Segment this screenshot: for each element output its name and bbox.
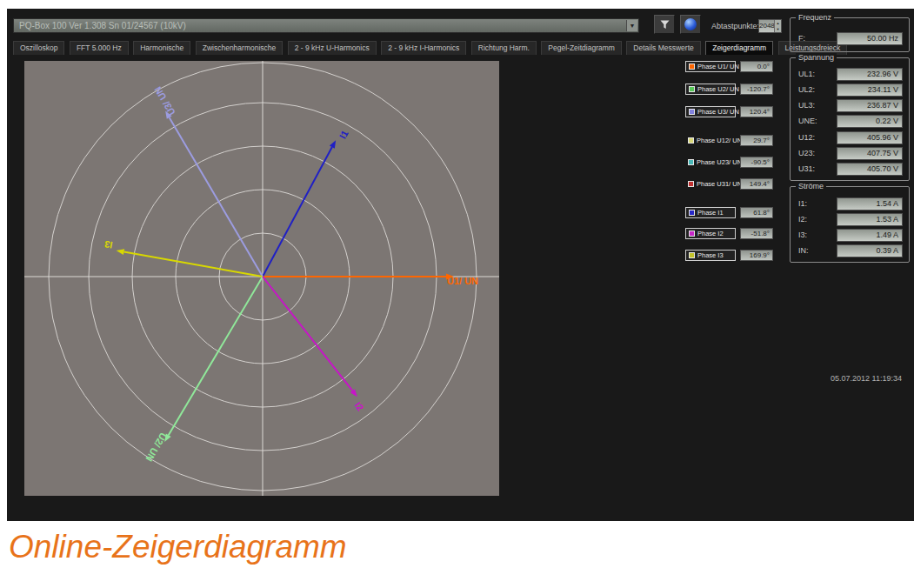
filter-icon: [659, 19, 670, 30]
vector-I3: [124, 252, 263, 277]
legend-phase-i1-label: Phase I1: [697, 209, 724, 217]
phasor-svg: U1/ UNI1U3/ UNI3U2/ UNI2: [24, 61, 499, 496]
vector-arrowhead: [117, 249, 124, 255]
device-title: PQ-Box 100 Ver 1.308 Sn 01/24567 (10kV): [19, 21, 186, 30]
phase-u1-angle: 0.0°: [740, 61, 773, 72]
frequency-value: 50.00 Hz: [837, 32, 903, 45]
vector-label: I1: [337, 129, 350, 141]
phase-i3-swatch-icon: [689, 252, 695, 258]
ul2-label: UL2:: [798, 85, 815, 94]
legend-phase-u3-label: Phase U3/ UN: [697, 108, 739, 116]
phase-i2-swatch-icon: [689, 231, 695, 237]
ul3-label: UL3:: [798, 101, 815, 110]
phase-i1-swatch-icon: [689, 210, 695, 216]
phase-u31-angle: 149.4°: [740, 178, 773, 190]
tab-fft[interactable]: FFT 5.000 Hz: [70, 41, 129, 55]
vector-U2/ UN: [169, 277, 263, 435]
legend-phase-i3-button[interactable]: Phase I3: [685, 250, 736, 261]
legend-phase-u12-label: Phase U12/ UN: [697, 137, 742, 144]
tab-oszilloskop[interactable]: Oszilloskop: [13, 41, 64, 55]
tab-bar: Oszilloskop FFT 5.000 Hz Harmonische Zwi…: [13, 38, 848, 52]
u23-value: 407.75 V: [837, 147, 903, 160]
legend-phase-u2-label: Phase U2/ UN: [697, 85, 739, 93]
u12-value: 405.96 V: [837, 131, 903, 144]
vector-label: I2: [353, 400, 366, 413]
record-button[interactable]: [680, 15, 701, 34]
tab-pegel-zeitdiagramm[interactable]: Pegel-Zeitdiagramm: [541, 41, 622, 55]
app-window: PQ-Box 100 Ver 1.308 Sn 01/24567 (10kV) …: [7, 9, 914, 521]
abtastpunkte-stepper[interactable]: 2048 ▲▼: [758, 19, 782, 33]
phase-u23-angle: -90.5°: [740, 157, 773, 168]
vector-I2: [263, 277, 352, 391]
tab-u-harmonics[interactable]: 2 - 9 kHz U-Harmonics: [288, 41, 377, 55]
stepper-down-icon[interactable]: ▼: [775, 26, 781, 32]
spannung-groupbox: Spannung UL1: 232.96 V UL2: 234.11 V UL3…: [790, 57, 910, 181]
legend-phase-i2-button[interactable]: Phase I2: [685, 228, 736, 239]
abtastpunkte-value: 2048: [759, 22, 775, 30]
tab-details-messwerte[interactable]: Details Messwerte: [626, 41, 700, 55]
tab-zeigerdiagramm[interactable]: Zeigerdiagramm: [705, 41, 773, 55]
vector-arrowhead: [330, 140, 336, 149]
u12-label: U12:: [798, 133, 815, 142]
legend-phase-i3-label: Phase I3: [697, 251, 724, 259]
vector-I1: [263, 147, 332, 277]
chevron-down-icon[interactable]: ▼: [626, 20, 637, 31]
legend-phase-u23-label: Phase U23/ UN: [697, 158, 742, 166]
u23-label: U23:: [798, 149, 815, 157]
phase-i1-angle: 61.8°: [740, 207, 773, 218]
phase-u12-angle: 29.7°: [740, 135, 773, 146]
legend-phase-u31-label: Phase U31/ UN: [697, 180, 742, 188]
une-value: 0.22 V: [837, 115, 903, 128]
vector-label: I3: [103, 239, 113, 251]
phase-u31-swatch-icon: [688, 181, 694, 187]
record-icon: [684, 18, 697, 30]
legend-phase-u1-label: Phase U1/ UN: [697, 63, 739, 70]
in-value: 0.39 A: [837, 244, 903, 257]
frequency-label: F:: [798, 34, 805, 43]
phasor-diagram: U1/ UNI1U3/ UNI3U2/ UNI2: [24, 61, 499, 496]
i1-label: I1:: [798, 199, 807, 208]
vector-label: U2/ UN: [143, 431, 169, 464]
u31-label: U31:: [798, 164, 815, 173]
i2-label: I2:: [798, 215, 807, 224]
i3-value: 1.49 A: [837, 229, 903, 242]
une-label: UNE:: [798, 117, 817, 125]
tab-harmonische[interactable]: Harmonische: [133, 41, 190, 55]
u31-value: 405.70 V: [837, 163, 903, 176]
filter-button[interactable]: [654, 15, 675, 34]
in-label: IN:: [798, 246, 809, 255]
stroeme-groupbox: Ströme I1: 1.54 A I2: 1.53 A I3: 1.49 A …: [790, 186, 910, 263]
i3-label: I3:: [798, 231, 807, 239]
tab-zwischenharmonische[interactable]: Zwischenharmonische: [196, 41, 284, 55]
ul1-label: UL1:: [798, 70, 815, 78]
legend-phase-u2-button[interactable]: Phase U2/ UN: [685, 84, 736, 95]
ul3-value: 236.87 V: [837, 99, 903, 112]
phase-u2-angle: -120.7°: [740, 84, 773, 95]
timestamp: 05.07.2012 11:19:34: [831, 374, 902, 383]
tab-richtung-harm[interactable]: Richtung Harm.: [471, 41, 537, 55]
spannung-title: Spannung: [796, 53, 837, 62]
abtastpunkte-label: Abtastpunkte:: [711, 22, 759, 30]
legend-phase-u31-button[interactable]: Phase U31/ UN: [685, 178, 736, 190]
vector-label: U1/ UN: [447, 276, 478, 286]
phase-u12-swatch-icon: [688, 137, 694, 144]
frequenz-groupbox: Frequenz F: 50.00 Hz: [790, 17, 910, 52]
stroeme-title: Ströme: [796, 182, 826, 190]
legend-phase-u3-button[interactable]: Phase U3/ UN: [685, 106, 736, 117]
legend-phase-i1-button[interactable]: Phase I1: [685, 207, 736, 218]
phase-i2-angle: -51.8°: [740, 228, 773, 239]
legend-phase-u1-button[interactable]: Phase U1/ UN: [685, 61, 736, 72]
ul1-value: 232.96 V: [837, 68, 903, 81]
i1-value: 1.54 A: [837, 197, 903, 210]
stepper-arrows[interactable]: ▲▼: [774, 20, 781, 32]
stepper-up-icon[interactable]: ▲: [775, 20, 781, 26]
vector-label: U3/ UN: [152, 85, 177, 117]
vector-U3/ UN: [170, 117, 263, 277]
legend-phase-u12-button[interactable]: Phase U12/ UN: [685, 135, 736, 146]
frequenz-title: Frequenz: [796, 13, 834, 22]
phase-u3-angle: 120.4°: [740, 106, 773, 117]
tab-i-harmonics[interactable]: 2 - 9 kHz I-Harmonics: [381, 41, 466, 55]
device-combobox[interactable]: PQ-Box 100 Ver 1.308 Sn 01/24567 (10kV) …: [13, 18, 639, 33]
legend-phase-u23-button[interactable]: Phase U23/ UN: [685, 157, 736, 168]
phase-u23-swatch-icon: [688, 159, 694, 165]
